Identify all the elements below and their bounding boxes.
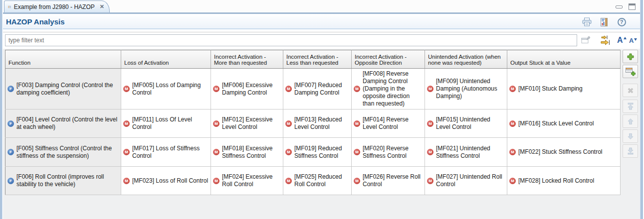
add-button[interactable]	[623, 50, 638, 63]
add-icon	[627, 53, 635, 61]
print-icon-glyph	[582, 17, 592, 26]
page-title: HAZOP Analysis	[6, 17, 65, 26]
tab-example-from-j2980-hazop[interactable]: Example from J2980 - HAZOP ✕	[4, 0, 110, 12]
malfunction-cell[interactable]: M [MF011] Loss Of Level Control	[121, 110, 211, 138]
column-header-more-than-requested[interactable]: Incorrect Activation - More than request…	[211, 50, 283, 69]
malfunction-text: [MF016] Stuck Level Control	[518, 120, 594, 127]
malfunction-cell[interactable]: M [MF008] Reverse Damping Control (Dampi…	[352, 69, 425, 110]
auto-fit-columns-icon[interactable]	[600, 35, 612, 45]
malfunction-cell[interactable]: M [MF023] Loss of Roll Control	[121, 167, 211, 195]
malfunction-icon: M	[123, 86, 130, 92]
maximize-view-icon[interactable]	[629, 3, 636, 10]
decrease-font-icon[interactable]: A	[629, 37, 637, 44]
malfunction-text: [MF026] Reverse Roll Control	[363, 173, 423, 188]
function-icon: F	[7, 86, 14, 92]
malfunction-cell[interactable]: M [MF015] Unintended Level Control	[425, 110, 507, 138]
minimize-view-icon[interactable]	[616, 5, 623, 8]
increase-font-glyph: A	[617, 36, 627, 44]
malfunction-text: [MF014] Reverse Level Control	[363, 116, 423, 131]
column-header-less-than-requested[interactable]: Incorrect Activation - Less than request…	[283, 50, 352, 69]
malfunction-cell[interactable]: M [MF013] Reduced Level Control	[283, 110, 352, 138]
column-header-opposite-direction[interactable]: Incorrect Activation - Opposite Directio…	[352, 50, 425, 69]
table-row: F [F006] Roll Control (improves roll sta…	[5, 167, 621, 195]
column-header-output-stuck[interactable]: Output Stuck at a Value	[507, 50, 621, 69]
form-header: HAZOP Analysis	[3, 14, 640, 29]
increase-font-icon[interactable]: A	[617, 36, 627, 44]
window-right-edge	[640, 0, 643, 219]
pin-editor-icon[interactable]	[581, 36, 591, 44]
column-header-unintended-activation[interactable]: Unintended Activation (when none was req…	[425, 50, 507, 69]
delete-button[interactable]	[623, 84, 638, 97]
caret-up-icon	[624, 37, 627, 39]
malfunction-icon: M	[427, 86, 433, 92]
move-down-button[interactable]	[623, 129, 638, 143]
malfunction-cell[interactable]: M [MF028] Locked Roll Control	[507, 167, 621, 195]
malfunction-cell[interactable]: M [MF009] Unintended Damping (Autonomous…	[425, 69, 507, 110]
malfunction-cell[interactable]: M [MF020] Reverse Stiffness Control	[352, 138, 425, 167]
malfunction-text: [MF019] Reduced Stiffness Control	[294, 145, 349, 160]
move-up-button[interactable]	[623, 114, 638, 128]
view-window-controls	[616, 3, 636, 10]
function-cell[interactable]: F [F003] Damping Control (Control the da…	[5, 69, 121, 110]
malfunction-icon: M	[509, 178, 516, 184]
tab-close-icon[interactable]: ✕	[100, 3, 104, 10]
add-table-row-button[interactable]	[623, 65, 638, 78]
malfunction-cell[interactable]: M [MF019] Reduced Stiffness Control	[283, 138, 352, 167]
malfunction-cell[interactable]: M [MF024] Excessive Roll Control	[211, 167, 283, 195]
malfunction-cell[interactable]: M [MF017] Loss of Stiffness Control	[121, 138, 211, 167]
malfunction-icon: M	[213, 120, 219, 127]
malfunction-text: [MF013] Reduced Level Control	[294, 116, 349, 131]
pin-editor-icon-glyph	[581, 36, 591, 44]
malfunction-cell[interactable]: M [MF021] Unintended Stiffness Control	[425, 138, 507, 167]
malfunction-cell[interactable]: M [MF010] Stuck Damping	[507, 69, 621, 110]
print-icon[interactable]	[581, 17, 592, 27]
table-row: F [F004] Level Control (Control the leve…	[5, 110, 621, 138]
function-icon: F	[7, 120, 14, 127]
malfunction-cell[interactable]: M [MF025] Reduced Roll Control	[283, 167, 352, 195]
help-glyph: ?	[618, 18, 626, 26]
malfunction-text: [MF027] Unintended Roll Control	[436, 173, 505, 188]
malfunction-icon: M	[509, 86, 516, 92]
malfunction-cell[interactable]: M [MF006] Excessive Damping Control	[211, 69, 283, 110]
malfunction-icon: M	[354, 120, 360, 127]
malfunction-text: [MF020] Reverse Stiffness Control	[363, 145, 423, 160]
malfunction-text: [MF023] Loss of Roll Control	[132, 177, 208, 185]
column-header-loss-of-activation[interactable]: Loss of Activation	[121, 50, 211, 69]
move-last-button[interactable]	[623, 144, 638, 158]
malfunction-cell[interactable]: M [MF026] Reverse Roll Control	[352, 167, 425, 195]
malfunction-cell[interactable]: M [MF014] Reverse Level Control	[352, 110, 425, 138]
filter-input[interactable]	[5, 34, 577, 46]
malfunction-icon: M	[213, 178, 219, 184]
malfunction-icon: M	[427, 120, 433, 127]
malfunction-icon: M	[123, 120, 130, 127]
help-icon[interactable]: ?	[616, 17, 627, 27]
decrease-font-glyph: A	[629, 37, 637, 44]
malfunction-icon: M	[354, 149, 360, 155]
malfunction-cell[interactable]: M [MF027] Unintended Roll Control	[425, 167, 507, 195]
malfunction-text: [MF009] Unintended Damping (Autonomous D…	[436, 78, 505, 100]
move-first-button[interactable]	[623, 100, 638, 113]
add-table-row-icon	[625, 67, 636, 76]
function-cell[interactable]: F [F006] Roll Control (improves roll sta…	[5, 167, 121, 195]
malfunction-cell[interactable]: M [MF018] Excessive Stiffness Control	[211, 138, 283, 167]
malfunction-cell[interactable]: M [MF016] Stuck Level Control	[507, 110, 621, 138]
function-text: [F006] Roll Control (improves roll stabi…	[16, 173, 119, 188]
move-last-icon	[627, 147, 634, 155]
malfunction-cell[interactable]: M [MF005] Loss of Damping Control	[121, 69, 211, 110]
malfunction-cell[interactable]: M [MF022] Stuck Stiffness Control	[507, 138, 621, 167]
malfunction-text: [MF012] Excessive Level Control	[222, 116, 281, 131]
malfunction-text: [MF025] Reduced Roll Control	[294, 173, 349, 188]
table-row: F [F003] Damping Control (Control the da…	[5, 69, 621, 110]
malfunction-icon: M	[285, 86, 292, 92]
malfunction-icon: M	[509, 149, 516, 155]
function-cell[interactable]: F [F005] Stiffness Control (Control the …	[5, 138, 121, 167]
malfunction-icon: M	[285, 120, 292, 127]
malfunction-cell[interactable]: M [MF012] Excessive Level Control	[211, 110, 283, 138]
function-cell[interactable]: F [F004] Level Control (Control the leve…	[5, 110, 121, 138]
export-report-icon[interactable]	[599, 17, 610, 27]
window-left-edge	[0, 0, 2, 219]
malfunction-cell[interactable]: M [MF007] Reduced Damping Control	[283, 69, 352, 110]
malfunction-text: [MF024] Excessive Roll Control	[222, 173, 281, 188]
hazop-table: Function Loss of Activation Incorrect Ac…	[5, 50, 621, 195]
column-header-function[interactable]: Function	[5, 50, 121, 69]
